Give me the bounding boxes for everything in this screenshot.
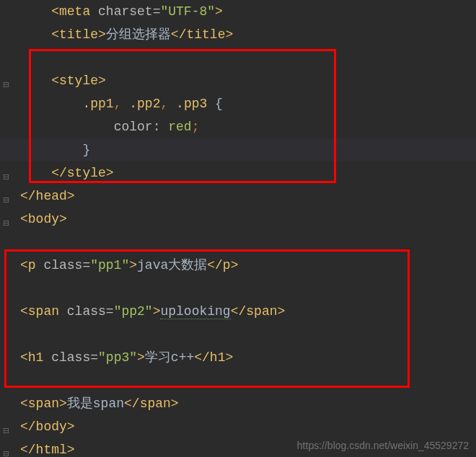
- fold-gutter[interactable]: [0, 415, 17, 438]
- comma: ,: [160, 97, 168, 111]
- attr-value: "pp1": [90, 258, 129, 272]
- code-line: </body>: [0, 415, 476, 438]
- tag: <span>: [20, 396, 67, 411]
- attr: class=: [67, 304, 114, 319]
- colon: :: [153, 120, 169, 134]
- code-line: <meta charset="UTF-8">: [0, 0, 476, 23]
- code-line: [0, 323, 476, 346]
- css-selector: .pp1: [82, 97, 113, 111]
- code-editor[interactable]: <meta charset="UTF-8"> <title>分组选择器</tit…: [0, 0, 476, 457]
- brace: {: [215, 97, 223, 111]
- text-content: java大数据: [137, 258, 207, 272]
- attr-value: "pp2": [114, 304, 153, 319]
- code-line: <p class="pp1">java大数据</p>: [0, 254, 476, 277]
- fold-gutter[interactable]: [0, 208, 17, 231]
- watermark: https://blog.csdn.net/weixin_45529272: [297, 440, 469, 451]
- tag: <span: [20, 304, 67, 319]
- fold-minus-icon[interactable]: [4, 76, 13, 85]
- tag: </span>: [124, 396, 179, 411]
- code-line: <span>我是span</span>: [0, 392, 476, 415]
- tag: </span>: [231, 304, 286, 319]
- code-line: <body>: [0, 208, 476, 231]
- tag: >: [129, 258, 137, 272]
- code-line: <title>分组选择器</title>: [0, 23, 476, 46]
- tag: <p: [20, 258, 43, 272]
- tag: <title>: [51, 27, 106, 42]
- code-line: [0, 369, 476, 392]
- tag: <style>: [51, 74, 106, 88]
- attr-value: "UTF-8": [160, 4, 215, 19]
- tag-close: >: [215, 4, 223, 19]
- code-line: <h1 class="pp3">学习c++</h1>: [0, 346, 476, 369]
- tag: >: [137, 350, 145, 365]
- tag: </h1>: [194, 350, 233, 365]
- attr: charset=: [98, 4, 160, 19]
- tag: </html>: [20, 443, 75, 457]
- fold-minus-icon[interactable]: [4, 169, 13, 177]
- tag: </body>: [20, 420, 75, 434]
- semicolon: ;: [192, 120, 200, 134]
- tag: </p>: [207, 258, 238, 272]
- code-line: <style>: [0, 69, 476, 92]
- comma: ,: [114, 97, 122, 111]
- code-line: </head>: [0, 185, 476, 208]
- code-line: [0, 46, 476, 69]
- code-line: color: red;: [0, 115, 476, 138]
- attr-value: "pp3": [98, 350, 137, 365]
- tag: <meta: [51, 4, 98, 19]
- fold-gutter[interactable]: [0, 161, 17, 185]
- tag: </style>: [51, 166, 113, 180]
- fold-minus-icon[interactable]: [4, 422, 13, 431]
- code-line: </style>: [0, 161, 476, 185]
- code-line: }: [0, 138, 476, 161]
- attr: class=: [43, 258, 90, 272]
- css-value: red: [168, 120, 191, 134]
- fold-minus-icon[interactable]: [4, 445, 13, 454]
- fold-minus-icon[interactable]: [4, 192, 13, 200]
- attr: class=: [51, 350, 98, 365]
- tag: <body>: [20, 212, 67, 226]
- fold-minus-icon[interactable]: [4, 215, 13, 223]
- tag: <h1: [20, 350, 51, 365]
- text-content: 我是span: [67, 396, 124, 411]
- tag: </head>: [20, 189, 75, 203]
- fold-gutter[interactable]: [0, 438, 17, 457]
- code-line: [0, 277, 476, 300]
- css-prop: color: [114, 120, 153, 134]
- code-line: <span class="pp2">uplooking</span>: [0, 300, 476, 323]
- text-content: 分组选择器: [106, 27, 171, 42]
- text-content: uplooking: [160, 304, 230, 319]
- css-selector: .pp3: [168, 97, 215, 111]
- fold-gutter[interactable]: [0, 69, 17, 92]
- tag: </title>: [171, 27, 233, 42]
- tag: >: [153, 304, 161, 319]
- brace: }: [82, 143, 90, 157]
- code-line: .pp1, .pp2, .pp3 {: [0, 92, 476, 115]
- text-content: 学习c++: [145, 350, 194, 365]
- fold-gutter[interactable]: [0, 185, 17, 208]
- css-selector: .pp2: [121, 97, 160, 111]
- code-line: [0, 231, 476, 254]
